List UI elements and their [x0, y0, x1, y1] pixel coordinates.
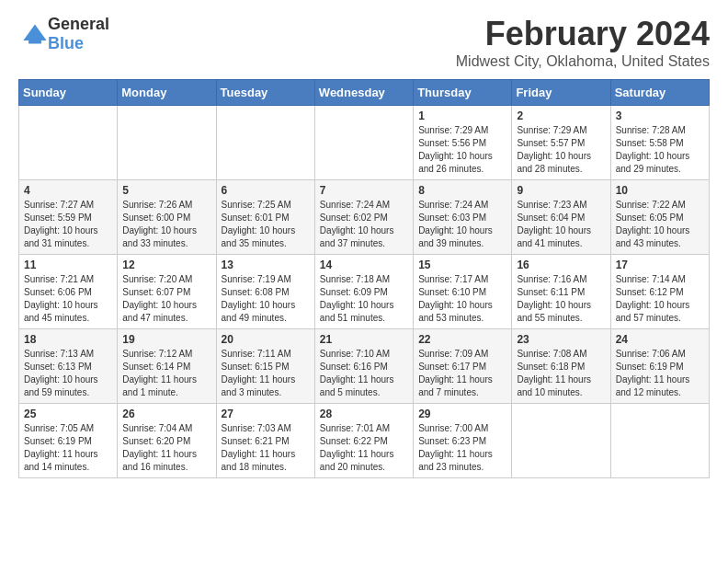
subtitle: Midwest City, Oklahoma, United States — [456, 53, 710, 70]
day-info: Sunrise: 7:18 AMSunset: 6:09 PMDaylight:… — [320, 273, 408, 325]
calendar-day-cell: 21Sunrise: 7:10 AMSunset: 6:16 PMDayligh… — [314, 329, 413, 404]
calendar-body: 1Sunrise: 7:29 AMSunset: 5:56 PMDaylight… — [19, 106, 710, 478]
day-info: Sunrise: 7:24 AMSunset: 6:02 PMDaylight:… — [320, 199, 408, 250]
calendar-header-cell: Monday — [118, 80, 216, 106]
day-number: 17 — [616, 259, 704, 271]
day-number: 8 — [418, 184, 506, 197]
day-info: Sunrise: 7:01 AMSunset: 6:22 PMDaylight:… — [320, 422, 408, 474]
day-info: Sunrise: 7:21 AMSunset: 6:06 PMDaylight:… — [24, 273, 112, 325]
day-number: 11 — [24, 259, 112, 271]
day-number: 16 — [517, 259, 605, 271]
day-info: Sunrise: 7:20 AMSunset: 6:07 PMDaylight:… — [122, 273, 210, 325]
calendar-day-cell: 11Sunrise: 7:21 AMSunset: 6:06 PMDayligh… — [19, 255, 118, 329]
calendar-day-cell: 24Sunrise: 7:06 AMSunset: 6:19 PMDayligh… — [610, 329, 709, 404]
day-info: Sunrise: 7:06 AMSunset: 6:19 PMDaylight:… — [616, 348, 704, 399]
calendar-day-cell: 8Sunrise: 7:24 AMSunset: 6:03 PMDaylight… — [414, 180, 512, 255]
calendar-table: SundayMondayTuesdayWednesdayThursdayFrid… — [18, 79, 710, 478]
day-info: Sunrise: 7:28 AMSunset: 5:58 PMDaylight:… — [616, 124, 704, 176]
calendar-header-cell: Thursday — [414, 80, 512, 106]
day-info: Sunrise: 7:13 AMSunset: 6:13 PMDaylight:… — [24, 348, 112, 399]
day-number: 27 — [222, 408, 310, 420]
calendar-day-cell: 23Sunrise: 7:08 AMSunset: 6:18 PMDayligh… — [512, 329, 610, 404]
calendar-header-cell: Sunday — [19, 80, 118, 106]
calendar-day-cell: 4Sunrise: 7:27 AMSunset: 5:59 PMDaylight… — [19, 180, 118, 255]
calendar-day-cell: 3Sunrise: 7:28 AMSunset: 5:58 PMDaylight… — [610, 106, 709, 180]
day-number: 26 — [122, 408, 210, 420]
calendar-day-cell — [610, 404, 709, 478]
day-number: 6 — [222, 184, 310, 197]
day-number: 5 — [122, 184, 210, 197]
calendar-day-cell — [19, 106, 118, 180]
day-number: 14 — [320, 259, 408, 271]
day-number: 10 — [616, 184, 704, 197]
calendar-day-cell: 26Sunrise: 7:04 AMSunset: 6:20 PMDayligh… — [118, 404, 216, 478]
day-number: 9 — [517, 184, 605, 197]
day-number: 19 — [122, 333, 210, 346]
day-info: Sunrise: 7:14 AMSunset: 6:12 PMDaylight:… — [616, 273, 704, 325]
day-number: 7 — [320, 184, 408, 197]
calendar-day-cell: 25Sunrise: 7:05 AMSunset: 6:19 PMDayligh… — [19, 404, 118, 478]
day-info: Sunrise: 7:10 AMSunset: 6:16 PMDaylight:… — [320, 348, 408, 399]
day-info: Sunrise: 7:26 AMSunset: 6:00 PMDaylight:… — [122, 199, 210, 250]
day-number: 4 — [24, 184, 112, 197]
calendar-day-cell: 1Sunrise: 7:29 AMSunset: 5:56 PMDaylight… — [414, 106, 512, 180]
day-number: 18 — [24, 333, 112, 346]
calendar-day-cell: 28Sunrise: 7:01 AMSunset: 6:22 PMDayligh… — [314, 404, 413, 478]
calendar-day-cell: 10Sunrise: 7:22 AMSunset: 6:05 PMDayligh… — [610, 180, 709, 255]
calendar-day-cell: 6Sunrise: 7:25 AMSunset: 6:01 PMDaylight… — [216, 180, 314, 255]
calendar-day-cell: 15Sunrise: 7:17 AMSunset: 6:10 PMDayligh… — [414, 255, 512, 329]
title-area: February 2024 Midwest City, Oklahoma, Un… — [456, 15, 710, 70]
day-info: Sunrise: 7:22 AMSunset: 6:05 PMDaylight:… — [616, 199, 704, 250]
day-info: Sunrise: 7:08 AMSunset: 6:18 PMDaylight:… — [517, 348, 605, 399]
calendar-day-cell — [216, 106, 314, 180]
day-info: Sunrise: 7:23 AMSunset: 6:04 PMDaylight:… — [517, 199, 605, 250]
day-number: 24 — [616, 333, 704, 346]
day-info: Sunrise: 7:25 AMSunset: 6:01 PMDaylight:… — [222, 199, 310, 250]
day-info: Sunrise: 7:29 AMSunset: 5:56 PMDaylight:… — [418, 124, 506, 176]
calendar-day-cell: 29Sunrise: 7:00 AMSunset: 6:23 PMDayligh… — [414, 404, 512, 478]
day-info: Sunrise: 7:04 AMSunset: 6:20 PMDaylight:… — [122, 422, 210, 474]
day-number: 2 — [517, 109, 605, 122]
day-number: 23 — [517, 333, 605, 346]
day-info: Sunrise: 7:17 AMSunset: 6:10 PMDaylight:… — [418, 273, 506, 325]
calendar-header-row: SundayMondayTuesdayWednesdayThursdayFrid… — [19, 80, 710, 106]
calendar-day-cell: 18Sunrise: 7:13 AMSunset: 6:13 PMDayligh… — [19, 329, 118, 404]
calendar-day-cell: 12Sunrise: 7:20 AMSunset: 6:07 PMDayligh… — [118, 255, 216, 329]
day-number: 25 — [24, 408, 112, 420]
calendar-day-cell — [118, 106, 216, 180]
calendar-day-cell: 20Sunrise: 7:11 AMSunset: 6:15 PMDayligh… — [216, 329, 314, 404]
calendar-day-cell — [512, 404, 610, 478]
calendar-day-cell: 9Sunrise: 7:23 AMSunset: 6:04 PMDaylight… — [512, 180, 610, 255]
calendar-week-row: 4Sunrise: 7:27 AMSunset: 5:59 PMDaylight… — [19, 180, 710, 255]
svg-rect-1 — [28, 40, 41, 44]
main-title: February 2024 — [456, 15, 710, 53]
day-info: Sunrise: 7:19 AMSunset: 6:08 PMDaylight:… — [222, 273, 310, 325]
calendar-day-cell: 17Sunrise: 7:14 AMSunset: 6:12 PMDayligh… — [610, 255, 709, 329]
calendar-day-cell: 14Sunrise: 7:18 AMSunset: 6:09 PMDayligh… — [314, 255, 413, 329]
calendar-day-cell: 27Sunrise: 7:03 AMSunset: 6:21 PMDayligh… — [216, 404, 314, 478]
calendar-header-cell: Friday — [512, 80, 610, 106]
day-number: 22 — [418, 333, 506, 346]
calendar-week-row: 25Sunrise: 7:05 AMSunset: 6:19 PMDayligh… — [19, 404, 710, 478]
calendar-day-cell: 2Sunrise: 7:29 AMSunset: 5:57 PMDaylight… — [512, 106, 610, 180]
svg-marker-0 — [23, 25, 46, 41]
calendar-header-cell: Wednesday — [314, 80, 413, 106]
day-info: Sunrise: 7:27 AMSunset: 5:59 PMDaylight:… — [24, 199, 112, 250]
header: General Blue February 2024 Midwest City,… — [18, 15, 710, 70]
day-info: Sunrise: 7:03 AMSunset: 6:21 PMDaylight:… — [222, 422, 310, 474]
calendar-day-cell: 7Sunrise: 7:24 AMSunset: 6:02 PMDaylight… — [314, 180, 413, 255]
day-info: Sunrise: 7:16 AMSunset: 6:11 PMDaylight:… — [517, 273, 605, 325]
day-info: Sunrise: 7:05 AMSunset: 6:19 PMDaylight:… — [24, 422, 112, 474]
calendar-day-cell: 5Sunrise: 7:26 AMSunset: 6:00 PMDaylight… — [118, 180, 216, 255]
calendar-header-cell: Saturday — [610, 80, 709, 106]
logo-general: General — [48, 15, 109, 33]
logo-blue: Blue — [48, 34, 84, 52]
day-number: 20 — [222, 333, 310, 346]
logo-icon — [22, 21, 48, 47]
calendar-day-cell: 13Sunrise: 7:19 AMSunset: 6:08 PMDayligh… — [216, 255, 314, 329]
calendar-day-cell — [314, 106, 413, 180]
calendar-week-row: 18Sunrise: 7:13 AMSunset: 6:13 PMDayligh… — [19, 329, 710, 404]
calendar-week-row: 11Sunrise: 7:21 AMSunset: 6:06 PMDayligh… — [19, 255, 710, 329]
day-number: 12 — [122, 259, 210, 271]
day-number: 3 — [616, 109, 704, 122]
